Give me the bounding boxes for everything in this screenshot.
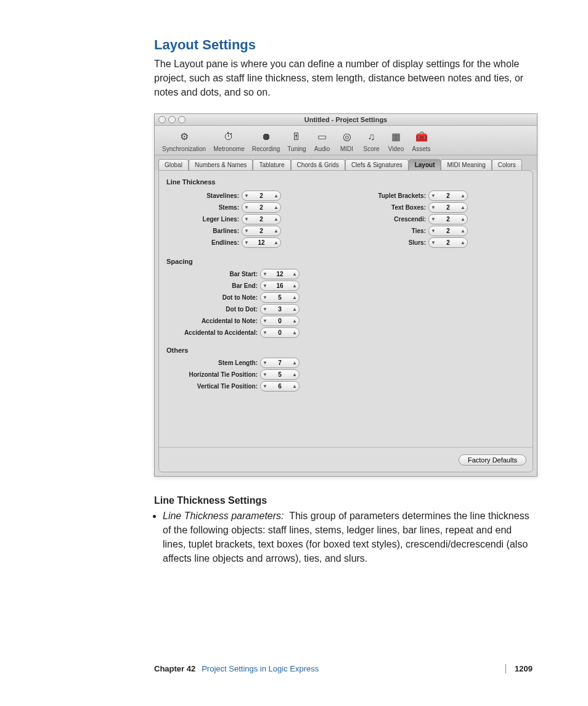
stepper[interactable]: ▼12▲	[242, 237, 281, 248]
stepper-up-icon[interactable]: ▲	[459, 215, 467, 223]
tab-numbers-names[interactable]: Numbers & Names	[189, 159, 253, 170]
stepper-down-icon[interactable]: ▼	[261, 382, 269, 390]
stepper-up-icon[interactable]: ▲	[290, 371, 299, 379]
toolbar-item-assets[interactable]: 🧰Assets	[409, 129, 435, 152]
stepper[interactable]: ▼2▲	[428, 214, 468, 224]
stepper-down-icon[interactable]: ▼	[261, 359, 269, 367]
section-title-line-thickness: Line Thickness	[166, 178, 526, 186]
param-row: Slurs:▼2▲	[352, 237, 526, 248]
stepper-up-icon[interactable]: ▲	[272, 192, 280, 200]
toolbar-item-midi[interactable]: ◎MIDI	[335, 129, 359, 152]
project-settings-window: Untitled - Project Settings ⚙Synchroniza…	[154, 113, 537, 477]
stepper[interactable]: ▼5▲	[260, 292, 300, 303]
stepper-up-icon[interactable]: ▲	[290, 317, 299, 325]
stepper-value: 2	[438, 204, 459, 211]
toolbar-item-video[interactable]: ▦Video	[384, 129, 409, 152]
toolbar-item-audio[interactable]: ▭Audio	[310, 129, 335, 152]
stepper-down-icon[interactable]: ▼	[261, 317, 269, 325]
stepper-up-icon[interactable]: ▲	[272, 227, 280, 235]
toolbar-item-synchronization[interactable]: ⚙Synchronization	[158, 129, 210, 152]
stepper[interactable]: ▼12▲	[260, 269, 300, 279]
param-label: Tuplet Brackets:	[352, 192, 426, 199]
stepper[interactable]: ▼3▲	[260, 304, 300, 314]
stepper-down-icon[interactable]: ▼	[261, 305, 269, 313]
stepper[interactable]: ▼2▲	[428, 202, 468, 213]
stepper-value: 2	[251, 228, 272, 234]
tab-layout[interactable]: Layout	[409, 159, 441, 170]
stepper-down-icon[interactable]: ▼	[261, 293, 269, 302]
toolbar-label: Metronome	[213, 146, 245, 152]
param-row: Dot to Dot:▼3▲	[165, 304, 526, 314]
tab-colors[interactable]: Colors	[492, 159, 522, 170]
stepper[interactable]: ▼7▲	[260, 358, 300, 368]
param-label: Accidental to Note:	[165, 318, 258, 324]
param-label: Stavelines:	[165, 192, 239, 199]
stepper-up-icon[interactable]: ▲	[459, 227, 467, 235]
param-row: Dot to Note:▼5▲	[165, 292, 526, 303]
stepper-up-icon[interactable]: ▲	[272, 215, 280, 223]
param-row: Text Boxes:▼2▲	[352, 202, 526, 213]
stepper-down-icon[interactable]: ▼	[429, 215, 438, 223]
stepper-up-icon[interactable]: ▲	[290, 282, 299, 290]
stepper[interactable]: ▼0▲	[260, 327, 300, 338]
tab-chords-grids[interactable]: Chords & Grids	[291, 159, 345, 170]
stepper-up-icon[interactable]: ▲	[459, 203, 467, 211]
section-title-spacing: Spacing	[166, 258, 526, 265]
stepper-down-icon[interactable]: ▼	[261, 371, 269, 379]
stepper-value: 0	[269, 318, 290, 324]
stepper-down-icon[interactable]: ▼	[242, 203, 251, 211]
tab-midi-meaning[interactable]: MIDI Meaning	[441, 159, 491, 170]
stepper-down-icon[interactable]: ▼	[261, 270, 269, 278]
toolbar-item-metronome[interactable]: ⏱Metronome	[210, 129, 248, 152]
stepper[interactable]: ▼16▲	[260, 281, 300, 291]
stepper-down-icon[interactable]: ▼	[261, 282, 269, 290]
stepper-down-icon[interactable]: ▼	[429, 239, 438, 247]
stepper[interactable]: ▼6▲	[260, 381, 300, 392]
stepper-value: 2	[438, 228, 459, 234]
stepper-up-icon[interactable]: ▲	[290, 293, 299, 302]
toolbar-item-score[interactable]: ♫Score	[359, 129, 384, 152]
stepper-up-icon[interactable]: ▲	[290, 305, 299, 313]
stepper-up-icon[interactable]: ▲	[290, 382, 299, 390]
midi-icon: ◎	[338, 129, 356, 144]
toolbar-item-tuning[interactable]: 🎚Tuning	[284, 129, 309, 152]
stepper-up-icon[interactable]: ▲	[290, 270, 299, 278]
stepper[interactable]: ▼5▲	[260, 369, 300, 380]
toolbar-label: Recording	[252, 146, 280, 152]
stepper-value: 2	[251, 216, 272, 223]
toolbar-item-recording[interactable]: ⏺Recording	[248, 129, 284, 152]
stepper[interactable]: ▼2▲	[428, 237, 468, 248]
recording-icon: ⏺	[258, 129, 275, 144]
stepper-down-icon[interactable]: ▼	[242, 227, 251, 235]
stepper[interactable]: ▼2▲	[428, 191, 468, 201]
stepper-down-icon[interactable]: ▼	[261, 329, 269, 337]
stepper[interactable]: ▼2▲	[428, 226, 468, 236]
stepper-down-icon[interactable]: ▼	[429, 203, 438, 211]
stepper-down-icon[interactable]: ▼	[242, 239, 251, 247]
stepper[interactable]: ▼2▲	[242, 191, 281, 201]
factory-defaults-button[interactable]: Factory Defaults	[459, 454, 526, 466]
stepper-up-icon[interactable]: ▲	[272, 239, 280, 247]
stepper-up-icon[interactable]: ▲	[459, 192, 467, 200]
tab-clefs-signatures[interactable]: Clefs & Signatures	[345, 159, 409, 170]
stepper-down-icon[interactable]: ▼	[429, 192, 438, 200]
stepper-up-icon[interactable]: ▲	[459, 239, 467, 247]
tab-global[interactable]: Global	[158, 159, 189, 170]
stepper-up-icon[interactable]: ▲	[272, 203, 280, 211]
stepper[interactable]: ▼0▲	[260, 316, 300, 326]
param-label: Dot to Note:	[165, 294, 258, 301]
stepper[interactable]: ▼2▲	[242, 202, 281, 213]
stepper-down-icon[interactable]: ▼	[242, 215, 251, 223]
param-label: Crescendi:	[352, 216, 426, 223]
stepper-down-icon[interactable]: ▼	[429, 227, 438, 235]
param-row: Tuplet Brackets:▼2▲	[352, 191, 526, 201]
stepper-down-icon[interactable]: ▼	[242, 192, 251, 200]
stepper[interactable]: ▼2▲	[242, 214, 281, 224]
stepper-value: 2	[438, 239, 459, 246]
stepper-up-icon[interactable]: ▲	[290, 329, 299, 337]
stepper[interactable]: ▼2▲	[242, 226, 281, 236]
stepper-up-icon[interactable]: ▲	[290, 359, 299, 367]
param-label: Vertical Tie Position:	[165, 383, 258, 390]
tab-tablature[interactable]: Tablature	[253, 159, 290, 170]
param-label: Endlines:	[165, 239, 239, 246]
